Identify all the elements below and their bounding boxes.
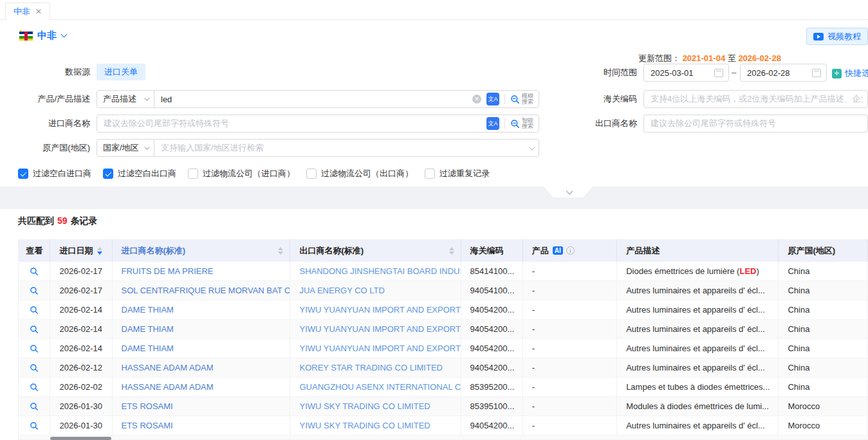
importer-placeholder: 建议去除公司尾部字符或特殊符号 <box>104 118 486 129</box>
search-icon <box>510 119 520 129</box>
product-description: Autres luminaires et appareils d' écl... <box>617 416 779 435</box>
importer-input[interactable]: 建议去除公司尾部字符或特殊符号 文A 智能 搜索 <box>97 115 539 133</box>
importer-link[interactable]: DAME THIAM <box>113 320 291 338</box>
checkbox-icon[interactable] <box>425 169 435 179</box>
column-exporter[interactable]: 出口商名称(标准) <box>290 239 461 262</box>
import-date: 2026-02-12 <box>50 358 112 377</box>
checkbox-label: 过滤物流公司（出口商） <box>321 168 413 179</box>
origin-country: China <box>779 358 868 377</box>
view-detail-button[interactable] <box>19 320 50 338</box>
exporter-link[interactable]: JUA ENERGY CO LTD <box>290 281 461 300</box>
filter-checkbox-1[interactable]: 过滤空白进口商 <box>18 168 91 179</box>
importer-link[interactable]: HASSANE ADAM ADAM <box>113 378 291 396</box>
view-detail-button[interactable] <box>19 416 50 435</box>
product-search-input[interactable]: led ✕ 文A 模糊 搜索 <box>154 90 539 108</box>
tab-central-africa[interactable]: 中非 ✕ <box>5 3 50 20</box>
exporter-link[interactable]: KOREY STAR TRADING CO LIMITED <box>290 358 461 377</box>
date-to-input[interactable]: 2026-02-28 <box>740 64 827 82</box>
column-importer[interactable]: 进口商名称(标准) <box>113 239 291 262</box>
info-icon[interactable]: i <box>566 246 575 255</box>
exporter-label: 出口商名称 <box>547 115 637 133</box>
view-detail-button[interactable] <box>19 339 50 358</box>
quick-select-button[interactable]: ✛ 快捷选择 <box>832 68 868 79</box>
calendar-icon[interactable] <box>714 69 723 77</box>
ai-badge: AI <box>553 246 563 255</box>
summary-count: 59 <box>57 215 68 226</box>
exporter-link[interactable]: YIWU YUANYUAN IMPORT AND EXPORT C... <box>290 300 461 319</box>
product-label: 产品/产品描述 <box>0 90 90 108</box>
clear-input-icon[interactable]: ✕ <box>472 95 481 104</box>
view-detail-button[interactable] <box>19 281 50 300</box>
translate-icon[interactable]: 文A <box>486 117 499 130</box>
importer-link[interactable]: ETS ROSAMI <box>113 397 291 416</box>
checkbox-icon[interactable] <box>103 169 113 179</box>
importer-link[interactable]: FRUITS DE MA PRIERE <box>113 262 291 280</box>
checkbox-icon[interactable] <box>188 169 198 179</box>
close-icon[interactable]: ✕ <box>35 7 42 16</box>
sort-icon[interactable] <box>97 247 102 255</box>
fuzzy-search-button[interactable]: 模糊 搜索 <box>510 93 533 105</box>
country-title[interactable]: 中非 <box>37 30 57 42</box>
checkbox-label: 过滤空白进口商 <box>33 168 91 179</box>
sort-icon[interactable] <box>449 247 454 255</box>
hs-code-value: 94054100... <box>461 281 523 300</box>
table-row: 2026-02-12HASSANE ADAM ADAMKOREY STAR TR… <box>19 358 868 378</box>
hs-code-value: 85414100... <box>461 262 523 280</box>
exporter-link[interactable]: GUANGZHOU ASENX INTERNATIONAL CO ... <box>290 378 461 396</box>
column-import-date[interactable]: 进口日期 <box>50 239 112 262</box>
importer-link[interactable]: HASSANE ADAM ADAM <box>113 358 291 377</box>
import-date: 2026-02-17 <box>50 281 112 300</box>
origin-mode-select[interactable]: 国家/地区 <box>97 139 154 157</box>
checkbox-icon[interactable] <box>306 169 317 179</box>
sort-icon[interactable] <box>278 247 283 255</box>
checkbox-icon[interactable] <box>18 169 28 179</box>
panel-gap <box>0 187 868 209</box>
date-from-input[interactable]: 2025-03-01 <box>643 64 729 82</box>
importer-link[interactable]: SOL CENTRAFRIQUE RUE MORVAN BAT OF... <box>113 281 291 300</box>
import-date: 2026-01-30 <box>50 416 112 435</box>
exporter-link[interactable]: YIWU SKY TRADING CO LIMITED <box>290 397 461 416</box>
view-detail-button[interactable] <box>19 397 50 416</box>
tab-label: 中非 <box>14 6 30 17</box>
product-value: - <box>523 281 617 300</box>
view-detail-button[interactable] <box>19 262 50 280</box>
exporter-link[interactable]: YIWU YUANYUAN IMPORT AND EXPORT C... <box>290 339 461 358</box>
tab-bar: 中非 ✕ <box>0 0 868 20</box>
horizontal-scrollbar[interactable] <box>50 437 111 440</box>
hs-code-value: 94054200... <box>461 300 523 319</box>
hs-code-input[interactable]: 支持4位以上海关编码，或2位海关编码加上产品描述、企业名称 <box>643 90 868 108</box>
origin-country: China <box>779 320 868 338</box>
table-row: 2026-01-30ETS ROSAMIYIWU SKY TRADING CO … <box>19 397 868 416</box>
collapse-panel-button[interactable] <box>544 187 593 197</box>
translate-icon[interactable]: 文A <box>486 93 499 105</box>
exporter-link[interactable]: YIWU YUANYUAN IMPORT AND EXPORT C... <box>290 320 461 338</box>
filter-checkbox-5[interactable]: 过滤重复记录 <box>425 168 490 179</box>
importer-link[interactable]: ETS ROSAMI <box>113 416 291 435</box>
importer-link[interactable]: DAME THIAM <box>113 339 291 358</box>
calendar-icon[interactable] <box>812 69 821 77</box>
results-table: 查看 进口日期 进口商名称(标准) 出口商名称(标准) 海关编码 产品 AI i… <box>18 239 868 440</box>
datasource-import-declaration-button[interactable]: 进口关单 <box>97 64 145 80</box>
filter-panel: 更新范围： 2021-01-04 至 2026-02-28 数据源 进口关单 时… <box>0 51 868 187</box>
update-range: 更新范围： 2021-01-04 至 2026-02-28 <box>638 53 781 64</box>
product-mode-select[interactable]: 产品描述 <box>97 90 154 108</box>
exporter-link[interactable]: SHANDONG JINSHENGTAI BOARD INDUST... <box>290 262 461 280</box>
origin-input[interactable]: 支持输入国家/地区进行检索 <box>154 139 539 157</box>
chevron-down-icon[interactable] <box>61 32 68 38</box>
import-date: 2026-02-17 <box>50 262 112 280</box>
exporter-link[interactable]: YIWU SKY TRADING CO LIMITED <box>290 416 461 435</box>
origin-country: China <box>779 339 868 358</box>
product-value: - <box>523 358 617 377</box>
video-tutorial-button[interactable]: 视频教程 <box>806 28 868 45</box>
view-detail-button[interactable] <box>19 358 50 377</box>
filter-checkbox-2[interactable]: 过滤空白出口商 <box>103 168 176 179</box>
smart-search-button[interactable]: 智能 搜索 <box>510 118 533 130</box>
filter-checkbox-4[interactable]: 过滤物流公司（出口商） <box>306 168 413 179</box>
view-detail-button[interactable] <box>19 378 50 396</box>
view-detail-button[interactable] <box>19 300 50 319</box>
importer-link[interactable]: DAME THIAM <box>113 300 291 319</box>
exporter-input[interactable]: 建议去除公司尾部字符或特殊符号 <box>643 115 868 133</box>
origin-label: 原产国(地区) <box>0 139 90 157</box>
checkbox-label: 过滤空白出口商 <box>118 168 176 179</box>
filter-checkbox-3[interactable]: 过滤物流公司（进口商） <box>188 168 295 179</box>
